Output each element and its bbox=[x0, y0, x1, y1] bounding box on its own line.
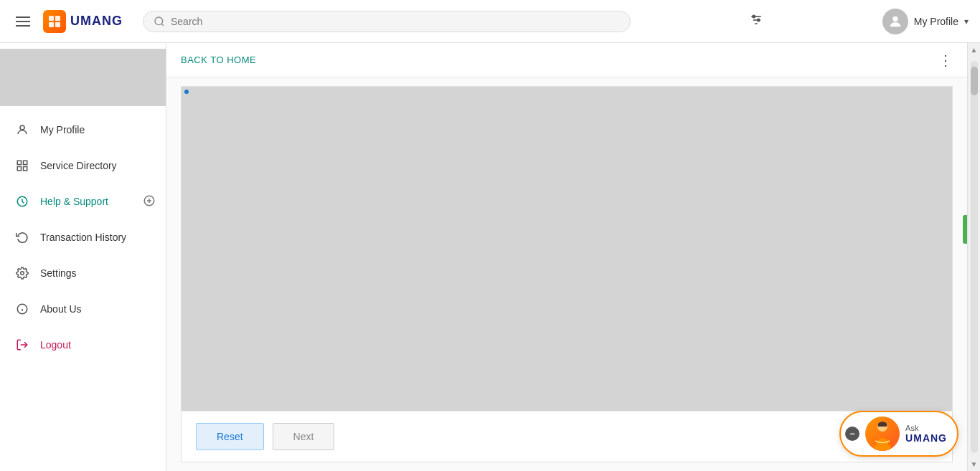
sidebar-item-about-us[interactable]: About Us bbox=[0, 291, 166, 327]
sidebar-item-label: Service Directory bbox=[40, 160, 117, 171]
sidebar-item-label: Help & Support bbox=[40, 196, 108, 207]
more-options-button[interactable]: ⋮ bbox=[938, 53, 953, 67]
logo-icon bbox=[43, 10, 66, 33]
svg-rect-15 bbox=[17, 167, 21, 171]
expand-button[interactable] bbox=[143, 194, 156, 209]
scrollbar-track[interactable] bbox=[971, 61, 978, 453]
logo-area: UMANG bbox=[43, 10, 123, 33]
right-scrollbar-panel: ▲ ▼ bbox=[967, 43, 980, 471]
refresh-icon bbox=[14, 229, 30, 245]
sidebar-item-help-support[interactable]: Help & Support bbox=[0, 184, 166, 219]
profile-name: My Profile bbox=[914, 16, 958, 27]
profile-button[interactable]: My Profile ▾ bbox=[882, 9, 969, 34]
person-icon bbox=[887, 14, 903, 29]
svg-point-9 bbox=[753, 15, 755, 17]
ask-umang-bubble[interactable]: − Ask UMANG bbox=[839, 411, 958, 457]
hamburger-button[interactable] bbox=[11, 12, 34, 31]
main-content: BACK TO HOME ⋮ Reset Next bbox=[166, 43, 967, 471]
sidebar-item-my-profile[interactable]: My Profile bbox=[0, 112, 166, 148]
sidebar-user-panel bbox=[0, 49, 166, 106]
gear-icon bbox=[14, 265, 30, 281]
svg-rect-16 bbox=[24, 167, 27, 171]
green-accent-bar bbox=[963, 215, 967, 244]
sidebar: My Profile Service Directory Help & Supp… bbox=[0, 43, 166, 471]
filter-icon bbox=[749, 13, 763, 27]
next-button[interactable]: Next bbox=[273, 423, 335, 450]
sidebar-item-service-directory[interactable]: Service Directory bbox=[0, 148, 166, 184]
sidebar-item-transaction-history[interactable]: Transaction History bbox=[0, 219, 166, 255]
sidebar-item-label: Logout bbox=[40, 339, 71, 351]
form-dot bbox=[184, 90, 189, 94]
form-content bbox=[182, 87, 952, 411]
back-bar: BACK TO HOME ⋮ bbox=[166, 43, 967, 77]
form-footer: Reset Next bbox=[182, 411, 952, 462]
form-panel: Reset Next bbox=[181, 86, 953, 462]
sidebar-item-label: Settings bbox=[40, 267, 77, 279]
filter-button[interactable] bbox=[743, 10, 769, 32]
svg-rect-0 bbox=[49, 16, 54, 21]
logo-text: UMANG bbox=[70, 14, 123, 29]
grid-icon bbox=[14, 158, 30, 173]
plus-circle-icon bbox=[143, 194, 156, 207]
search-container bbox=[143, 11, 631, 32]
chevron-down-icon: ▾ bbox=[964, 16, 969, 27]
logout-icon bbox=[14, 337, 30, 353]
sidebar-item-logout[interactable]: Logout bbox=[0, 327, 166, 363]
sidebar-item-label: Transaction History bbox=[40, 232, 126, 243]
svg-point-4 bbox=[155, 17, 163, 25]
svg-line-5 bbox=[161, 24, 164, 26]
ask-umang-close-button[interactable]: − bbox=[845, 427, 859, 441]
search-icon bbox=[154, 16, 165, 27]
content-area: Reset Next bbox=[166, 77, 967, 471]
svg-point-12 bbox=[20, 125, 24, 130]
back-to-home-link[interactable]: BACK TO HOME bbox=[181, 54, 256, 65]
ask-umang-label: Ask UMANG bbox=[905, 424, 947, 444]
scroll-up-arrow[interactable]: ▲ bbox=[968, 43, 980, 57]
svg-point-11 bbox=[892, 16, 897, 21]
sidebar-item-label: About Us bbox=[40, 303, 82, 315]
svg-point-10 bbox=[758, 19, 760, 21]
ask-label: Ask bbox=[905, 424, 918, 432]
header-right: My Profile ▾ bbox=[882, 9, 969, 34]
svg-rect-2 bbox=[49, 22, 54, 27]
sidebar-item-settings[interactable]: Settings bbox=[0, 255, 166, 291]
svg-rect-13 bbox=[17, 161, 21, 164]
header: UMANG My Profile ▾ bbox=[0, 0, 980, 43]
clock-icon bbox=[14, 194, 30, 209]
scroll-down-arrow[interactable]: ▼ bbox=[968, 457, 980, 471]
reset-button[interactable]: Reset bbox=[196, 423, 264, 450]
svg-rect-3 bbox=[55, 22, 60, 27]
search-input[interactable] bbox=[171, 16, 620, 27]
scrollbar-thumb[interactable] bbox=[971, 67, 978, 95]
svg-rect-1 bbox=[55, 16, 60, 21]
body-container: My Profile Service Directory Help & Supp… bbox=[0, 43, 980, 471]
svg-rect-14 bbox=[24, 161, 27, 164]
sidebar-item-label: My Profile bbox=[40, 124, 85, 135]
person-icon bbox=[14, 122, 30, 138]
info-icon bbox=[14, 301, 30, 317]
ask-umang-brand: UMANG bbox=[905, 432, 947, 444]
ask-umang-figure bbox=[865, 417, 900, 451]
svg-point-21 bbox=[21, 272, 24, 275]
avatar bbox=[882, 9, 908, 34]
